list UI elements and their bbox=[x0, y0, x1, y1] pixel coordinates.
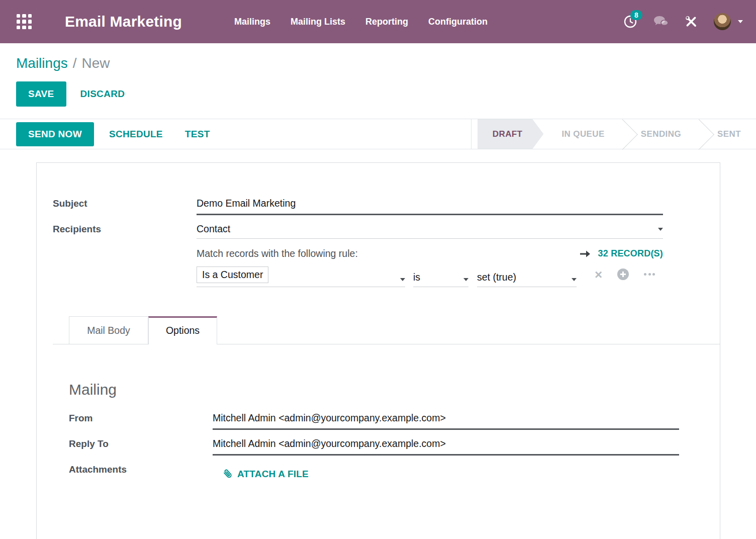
arrow-right-icon bbox=[579, 249, 591, 258]
rule-operator-select[interactable]: is bbox=[413, 272, 468, 287]
rule-intro-row: Match records with the following rule: 3… bbox=[53, 248, 720, 266]
stage-sent[interactable]: SENT bbox=[699, 119, 756, 149]
chevron-down-icon bbox=[400, 278, 405, 281]
menu-reporting[interactable]: Reporting bbox=[365, 17, 408, 27]
add-rule-icon[interactable] bbox=[617, 268, 629, 280]
rule-row: Is a Customer is set (true) × bbox=[53, 266, 720, 316]
reply-to-label: Reply To bbox=[69, 438, 213, 450]
activity-count-badge: 8 bbox=[630, 10, 642, 20]
from-row: From Mitchell Admin <admin@yourcompany.e… bbox=[69, 412, 720, 430]
notebook-tabs: Mail Body Options bbox=[53, 316, 720, 344]
form-sheet: Subject Demo Email Marketing Recipients … bbox=[36, 162, 720, 539]
subject-row: Subject Demo Email Marketing bbox=[53, 198, 720, 215]
statusbar: SEND NOW SCHEDULE TEST DRAFT IN QUEUE SE… bbox=[0, 119, 756, 149]
remove-rule-icon[interactable]: × bbox=[595, 270, 602, 280]
from-label: From bbox=[69, 412, 213, 424]
navbar-systray: 8 bbox=[623, 13, 743, 30]
schedule-button[interactable]: SCHEDULE bbox=[109, 129, 163, 140]
record-actions: SAVE DISCARD bbox=[16, 81, 756, 107]
record-count-link[interactable]: 32 RECORD(S) bbox=[579, 248, 663, 259]
attachments-label: Attachments bbox=[69, 464, 213, 475]
rule-field-select[interactable]: Is a Customer bbox=[197, 266, 405, 287]
test-button[interactable]: TEST bbox=[185, 129, 210, 140]
main-menu: Mailings Mailing Lists Reporting Configu… bbox=[234, 17, 488, 27]
rule-actions: × bbox=[595, 268, 655, 280]
activities-clock-icon[interactable]: 8 bbox=[623, 15, 637, 29]
add-branch-icon[interactable] bbox=[644, 273, 655, 276]
attach-file-label: ATTACH A FILE bbox=[237, 469, 309, 480]
reply-to-input[interactable]: Mitchell Admin <admin@yourcompany.exampl… bbox=[213, 438, 679, 456]
menu-mailing-lists[interactable]: Mailing Lists bbox=[291, 17, 345, 27]
developer-tools-icon[interactable] bbox=[685, 15, 698, 28]
menu-configuration[interactable]: Configuration bbox=[428, 17, 488, 27]
chevron-down-icon bbox=[658, 228, 663, 231]
recipients-row: Recipients Contact bbox=[53, 223, 720, 239]
rule-value-text: set (true) bbox=[477, 272, 516, 283]
stage-pipeline: DRAFT IN QUEUE SENDING SENT bbox=[471, 119, 756, 149]
recipients-label: Recipients bbox=[53, 223, 197, 235]
breadcrumb-current: New bbox=[81, 55, 110, 71]
save-button[interactable]: SAVE bbox=[16, 81, 66, 107]
rule-intro-text: Match records with the following rule: bbox=[197, 248, 358, 259]
tools-icon bbox=[685, 15, 698, 28]
record-count-text: 32 RECORD(S) bbox=[598, 248, 663, 259]
chevron-down-icon bbox=[463, 278, 468, 281]
breadcrumb-mailings[interactable]: Mailings bbox=[16, 55, 68, 71]
subject-label: Subject bbox=[53, 198, 197, 209]
chevron-down-icon bbox=[738, 20, 743, 23]
recipients-value: Contact bbox=[197, 223, 230, 235]
apps-grid-icon[interactable] bbox=[17, 14, 32, 29]
rule-operator-value: is bbox=[413, 272, 420, 283]
app-title: Email Marketing bbox=[65, 13, 182, 30]
statusbar-buttons: SEND NOW SCHEDULE TEST bbox=[16, 122, 210, 146]
stage-divider bbox=[471, 119, 471, 149]
discard-button[interactable]: DISCARD bbox=[80, 88, 125, 100]
attachments-row: Attachments ATTACH A FILE bbox=[69, 464, 720, 480]
breadcrumb: Mailings/New bbox=[0, 43, 756, 71]
tab-options[interactable]: Options bbox=[148, 316, 217, 344]
stage-draft[interactable]: DRAFT bbox=[478, 119, 544, 149]
stage-in-queue[interactable]: IN QUEUE bbox=[543, 119, 622, 149]
send-now-button[interactable]: SEND NOW bbox=[16, 122, 94, 146]
stage-sending[interactable]: SENDING bbox=[623, 119, 699, 149]
top-navbar: Email Marketing Mailings Mailing Lists R… bbox=[0, 0, 756, 43]
messages-chat-icon[interactable] bbox=[653, 15, 669, 28]
form-area: Subject Demo Email Marketing Recipients … bbox=[37, 163, 720, 480]
tab-mail-body[interactable]: Mail Body bbox=[69, 316, 148, 344]
from-input[interactable]: Mitchell Admin <admin@yourcompany.exampl… bbox=[213, 412, 679, 430]
user-menu[interactable] bbox=[714, 13, 743, 30]
mailing-section-title: Mailing bbox=[69, 381, 720, 398]
options-tab-content: Mailing From Mitchell Admin <admin@yourc… bbox=[53, 344, 720, 480]
rule-value-select[interactable]: set (true) bbox=[477, 272, 577, 287]
reply-to-row: Reply To Mitchell Admin <admin@yourcompa… bbox=[69, 438, 720, 456]
avatar bbox=[714, 13, 731, 30]
breadcrumb-separator: / bbox=[73, 55, 77, 71]
paperclip-icon bbox=[220, 467, 235, 482]
menu-mailings[interactable]: Mailings bbox=[234, 17, 270, 27]
recipients-select[interactable]: Contact bbox=[197, 223, 663, 239]
chevron-down-icon bbox=[572, 278, 577, 281]
chat-bubble-icon bbox=[653, 15, 669, 28]
attach-file-button[interactable]: ATTACH A FILE bbox=[223, 469, 309, 480]
subject-input[interactable]: Demo Email Marketing bbox=[197, 198, 663, 215]
rule-field-value: Is a Customer bbox=[197, 266, 268, 283]
